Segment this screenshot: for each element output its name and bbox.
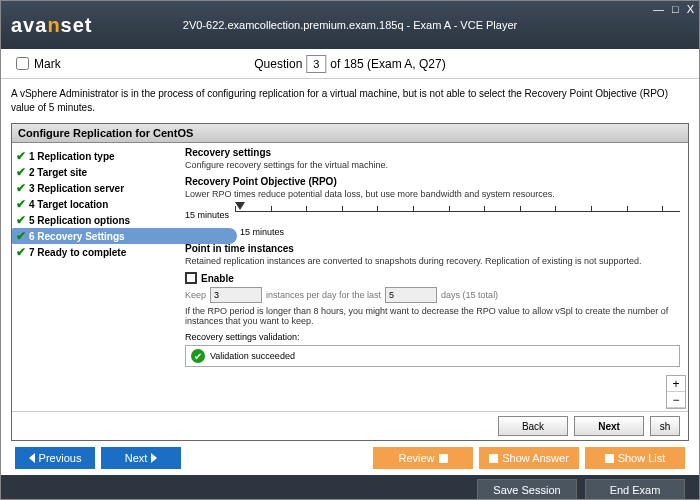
panel-title: Configure Replication for CentOS xyxy=(12,124,688,143)
panel-footer: Back Next sh xyxy=(12,411,688,440)
rpo-heading: Recovery Point Objective (RPO) xyxy=(185,176,680,187)
check-icon: ✔ xyxy=(16,165,26,179)
instances-row: Keep instances per day for the last days… xyxy=(185,287,680,303)
instances-input[interactable] xyxy=(210,287,262,303)
step-replication-type[interactable]: ✔1 Replication type xyxy=(12,148,177,164)
config-panel: Configure Replication for CentOS ✔1 Repl… xyxy=(11,123,689,441)
question-text: A vSphere Administrator is in the proces… xyxy=(1,79,699,123)
next-button[interactable]: Next xyxy=(574,416,644,436)
title-bar: avanset 2V0-622.examcollection.premium.e… xyxy=(1,1,699,49)
arrow-left-icon xyxy=(29,453,35,463)
mark-checkbox[interactable] xyxy=(16,57,29,70)
step-target-location[interactable]: ✔4 Target location xyxy=(12,196,177,212)
step-recovery-settings[interactable]: ✔6 Recovery Settings xyxy=(12,228,237,244)
back-button[interactable]: Back xyxy=(498,416,568,436)
slider-thumb-icon[interactable] xyxy=(235,202,245,210)
step-replication-server[interactable]: ✔3 Replication server xyxy=(12,180,177,196)
sh-button[interactable]: sh xyxy=(650,416,680,436)
panel-content: Recovery settings Configure recovery set… xyxy=(177,143,688,411)
zoom-controls: + − xyxy=(666,375,686,409)
maximize-icon[interactable]: □ xyxy=(672,3,679,15)
enable-checkbox[interactable] xyxy=(185,272,197,284)
logo-accent: n xyxy=(47,14,60,36)
review-button[interactable]: Review xyxy=(373,447,473,469)
recovery-settings-desc: Configure recovery settings for the virt… xyxy=(185,160,680,170)
recovery-settings-heading: Recovery settings xyxy=(185,147,680,158)
rpo-slider[interactable] xyxy=(235,211,680,225)
window-controls: ― □ X xyxy=(653,3,694,15)
square-icon xyxy=(605,454,614,463)
slider-value: 15 minutes xyxy=(240,227,680,237)
keep-label: Keep xyxy=(185,290,206,300)
save-session-button[interactable]: Save Session xyxy=(477,479,577,500)
rpo-desc: Lower RPO times reduce potential data lo… xyxy=(185,189,680,199)
show-answer-button[interactable]: Show Answer xyxy=(479,447,579,469)
check-icon: ✔ xyxy=(16,245,26,259)
step-target-site[interactable]: ✔2 Target site xyxy=(12,164,177,180)
rpo-note: If the RPO period is longer than 8 hours… xyxy=(185,306,680,326)
validation-label: Recovery settings validation: xyxy=(185,332,680,342)
step-replication-options[interactable]: ✔5 Replication options xyxy=(12,212,177,228)
days-end-label: days (15 total) xyxy=(441,290,498,300)
nav-next-button[interactable]: Next xyxy=(101,447,181,469)
step-ready[interactable]: ✔7 Ready to complete xyxy=(12,244,177,260)
slider-min-label: 15 minutes xyxy=(185,210,229,220)
previous-button[interactable]: Previous xyxy=(15,447,95,469)
check-icon: ✔ xyxy=(16,229,26,243)
question-number-input[interactable] xyxy=(306,55,326,73)
question-indicator: Question of 185 (Exam A, Q27) xyxy=(254,55,445,73)
enable-label: Enable xyxy=(201,273,234,284)
show-list-button[interactable]: Show List xyxy=(585,447,685,469)
logo-part: ava xyxy=(11,14,47,36)
days-input[interactable] xyxy=(385,287,437,303)
zoom-in-button[interactable]: + xyxy=(667,376,685,392)
logo-part: set xyxy=(61,14,93,36)
nav-bar: Previous Next Review Show Answer Show Li… xyxy=(1,441,699,475)
close-icon[interactable]: X xyxy=(687,3,694,15)
end-exam-button[interactable]: End Exam xyxy=(585,479,685,500)
question-total: of 185 (Exam A, Q27) xyxy=(330,57,445,71)
check-icon: ✔ xyxy=(16,181,26,195)
wizard-steps: ✔1 Replication type ✔2 Target site ✔3 Re… xyxy=(12,143,177,411)
rpo-slider-row: 15 minutes xyxy=(185,205,680,225)
minimize-icon[interactable]: ― xyxy=(653,3,664,15)
check-icon: ✔ xyxy=(16,197,26,211)
zoom-out-button[interactable]: − xyxy=(667,392,685,408)
arrow-right-icon xyxy=(151,453,157,463)
inst-mid-label: instances per day for the last xyxy=(266,290,381,300)
check-icon: ✔ xyxy=(16,149,26,163)
square-icon xyxy=(489,454,498,463)
logo: avanset xyxy=(11,14,93,37)
mark-label: Mark xyxy=(34,57,61,71)
question-label: Question xyxy=(254,57,302,71)
success-icon: ✔ xyxy=(191,349,205,363)
question-bar: Mark Question of 185 (Exam A, Q27) xyxy=(1,49,699,79)
enable-row: Enable xyxy=(185,272,680,284)
validation-box: ✔ Validation succeeded xyxy=(185,345,680,367)
square-icon xyxy=(439,454,448,463)
footer-bar: Save Session End Exam xyxy=(1,475,699,500)
window-title: 2V0-622.examcollection.premium.exam.185q… xyxy=(183,19,517,31)
pit-desc: Retained replication instances are conve… xyxy=(185,256,680,266)
check-icon: ✔ xyxy=(16,213,26,227)
pit-heading: Point in time instances xyxy=(185,243,680,254)
validation-message: Validation succeeded xyxy=(210,351,295,361)
